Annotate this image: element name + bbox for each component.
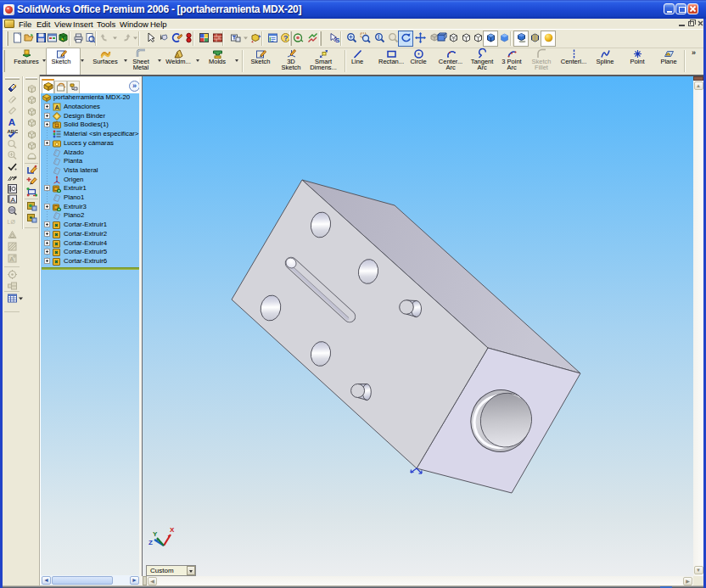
svg-text:A: A	[10, 195, 15, 203]
svg-text:S: S	[335, 36, 340, 43]
svg-text:A: A	[8, 117, 14, 127]
svg-text:Z: Z	[148, 539, 153, 546]
svg-text:ABC: ABC	[7, 128, 18, 133]
svg-text:?: ?	[283, 34, 289, 42]
svg-text:X: X	[170, 526, 175, 534]
svg-text:I: I	[378, 34, 379, 40]
svg-text:LØ: LØ	[7, 219, 15, 225]
svg-text:A: A	[55, 104, 60, 111]
svg-text:Y: Y	[153, 530, 158, 538]
